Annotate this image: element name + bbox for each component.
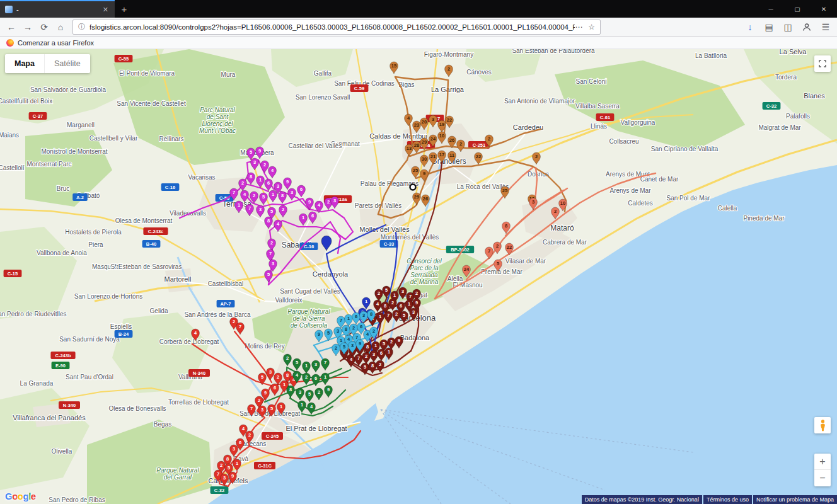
svg-text:6: 6 [311,213,314,219]
svg-text:3: 3 [412,309,415,315]
fullscreen-button[interactable] [814,55,831,72]
maximize-button[interactable]: ▢ [784,0,811,18]
svg-text:Olesa de Montserrat: Olesa de Montserrat [115,217,173,224]
svg-text:8: 8 [371,363,374,369]
svg-text:5: 5 [308,391,311,397]
page-actions-icon[interactable]: ⋯ [575,23,582,32]
svg-text:7: 7 [355,335,358,340]
svg-text:Olesa de Bonesvalls: Olesa de Bonesvalls [108,405,166,412]
svg-text:Viladecavalls: Viladecavalls [170,210,206,217]
svg-text:1: 1 [272,192,274,197]
tab-close-icon[interactable]: ✕ [101,6,110,14]
svg-text:5: 5 [270,209,273,214]
svg-text:Castellar del Vallès: Castellar del Vallès [289,142,342,149]
browser-window: - ✕ + ─ ▢ ✕ ← → ⟳ ⌂ ⓘ fslogistics.arcon.… [0,0,837,504]
svg-text:2: 2 [270,240,273,246]
minimize-button[interactable]: ─ [758,0,784,18]
report-problem-link[interactable]: Notificar un problema de Mapa [753,495,837,504]
svg-text:7: 7 [324,360,326,365]
svg-text:Villalba Saserra: Villalba Saserra [575,103,620,110]
svg-text:Parc Naturalde SantLlorenç del: Parc Naturalde SantLlorenç delMunt i l'O… [199,106,236,134]
svg-text:9: 9 [318,331,320,337]
svg-text:5: 5 [403,312,405,318]
browser-tab[interactable]: - ✕ [0,0,115,18]
svg-text:2: 2 [415,290,418,296]
site-info-icon[interactable]: ⓘ [78,22,85,32]
svg-text:1: 1 [302,215,304,220]
svg-text:3: 3 [351,343,354,348]
svg-text:Olivella: Olivella [52,448,72,455]
reload-button[interactable]: ⟳ [36,19,52,35]
svg-text:9: 9 [286,179,289,185]
svg-text:2: 2 [286,355,289,361]
map-viewport[interactable]: El Pont de VilomaraMuraGallifaSan Feliu … [0,49,837,504]
new-tab-button[interactable]: + [115,0,134,18]
library-icon[interactable]: ▤ [761,19,777,35]
svg-text:C-251: C-251 [473,142,485,148]
svg-text:Llinás: Llinás [591,123,607,130]
terms-of-use-link[interactable]: Términos de uso [703,495,752,504]
svg-text:2: 2 [220,462,222,468]
svg-text:San Antonio de Vilamajor: San Antonio de Vilamajor [504,98,575,105]
close-button[interactable]: ✕ [811,0,837,18]
map-canvas[interactable]: El Pont de VilomaraMuraGallifaSan Feliu … [0,49,837,504]
address-bar[interactable]: ⓘ fslogistics.arcon.local:8090/controlgp… [72,20,601,35]
svg-text:3: 3 [401,289,404,294]
svg-text:5: 5 [385,287,388,293]
svg-text:1: 1 [238,202,240,208]
svg-text:Valldoreix: Valldoreix [275,297,302,304]
downloads-icon[interactable]: ↓ [742,19,758,35]
street-view-pegman[interactable] [814,417,831,433]
svg-text:Caldas de Montbui: Caldas de Montbui [369,132,427,140]
zoom-out-button[interactable]: − [814,470,831,486]
svg-text:21: 21 [430,154,436,159]
svg-text:3: 3 [269,369,272,375]
forward-button[interactable]: → [20,19,36,35]
svg-text:9: 9 [264,390,267,396]
svg-text:3: 3 [233,446,235,452]
menu-icon[interactable]: ☰ [817,19,834,35]
map-type-map-button[interactable]: Mapa [5,54,44,73]
svg-text:1: 1 [283,382,286,387]
svg-text:1: 1 [305,363,308,369]
bookmark-item[interactable]: Comenzar a usar Firefox [18,39,94,47]
svg-text:2: 2 [554,209,557,214]
bookmark-star-icon[interactable]: ☆ [588,23,595,32]
svg-text:3: 3 [261,407,263,413]
account-icon[interactable] [799,19,815,35]
svg-text:1: 1 [236,461,238,466]
svg-text:6: 6 [300,186,303,192]
svg-text:C-37: C-37 [33,113,43,119]
map-type-satellite-button[interactable]: Satélite [44,54,90,73]
svg-text:Cánoves: Cánoves [466,69,491,76]
svg-text:San Pedro de Ribas: San Pedro de Ribas [49,496,105,503]
svg-text:8: 8 [384,303,386,309]
svg-text:C-31C: C-31C [258,463,272,469]
zoom-in-button[interactable]: + [814,454,831,470]
svg-text:8: 8 [345,326,347,332]
svg-text:8: 8 [281,193,284,198]
svg-text:5: 5 [383,341,385,346]
svg-text:2: 2 [535,154,538,159]
sidebar-icon[interactable]: ◫ [780,19,796,35]
google-logo[interactable]: Google [5,491,36,501]
back-button[interactable]: ← [3,19,20,35]
svg-text:B-24: B-24 [118,331,129,337]
url-text[interactable]: fslogistics.arcon.local:8090/controlgps2… [89,23,575,31]
svg-text:2: 2 [390,339,393,345]
svg-text:Martorell: Martorell [165,275,192,283]
svg-text:15: 15 [391,63,396,69]
svg-text:San Pedro de Riudevitlles: San Pedro de Riudevitlles [0,311,67,318]
svg-text:1: 1 [365,299,367,304]
svg-text:9: 9 [327,387,330,392]
titlebar-drag-area [134,0,758,18]
svg-text:El Pont de Vilomara: El Pont de Vilomara [119,70,175,77]
svg-text:AP-7: AP-7 [220,301,231,307]
home-button[interactable]: ⌂ [52,19,69,35]
svg-text:2: 2 [241,180,244,186]
svg-text:Vacarisas: Vacarisas [188,174,215,181]
svg-text:2: 2 [305,374,308,380]
svg-text:3: 3 [333,198,336,203]
svg-text:1: 1 [340,338,342,343]
tab-title: - [16,6,98,13]
